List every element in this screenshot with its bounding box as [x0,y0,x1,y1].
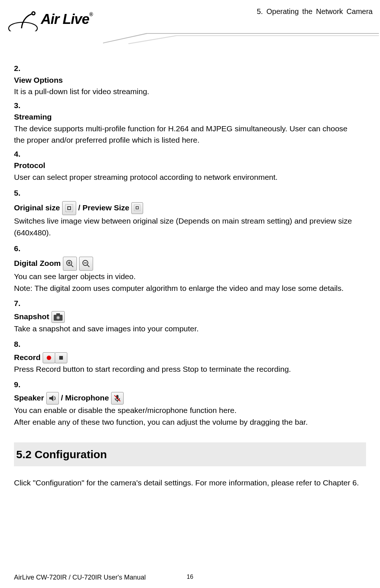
item-title-part1: Speaker [14,393,46,402]
item-number: 5. [14,185,25,201]
manual-title: AirLive CW-720IR / CU-720IR User's Manua… [14,574,146,581]
item-title-part2: / Preview Size [78,203,129,212]
svg-marker-3 [103,33,379,43]
svg-rect-8 [136,207,139,209]
item-desc: Press Record button to start recording a… [14,365,291,373]
item-title: View Options [14,76,63,84]
microphone-icon [111,392,124,405]
item-number: 9. [14,377,25,392]
svg-rect-7 [134,205,141,211]
item-desc: The device supports multi-profile functi… [14,124,348,145]
logo-text: Air Live® [41,11,93,27]
item-desc: You can enable or disable the speaker/mi… [14,406,237,414]
item-title: Record [14,353,40,361]
svg-point-19 [57,317,59,319]
svg-line-14 [87,265,89,267]
page-header: Air Live® 5. Operating the Network Camer… [0,0,380,44]
list-item-6: 6. Digital Zoom You can see larger objec… [14,240,366,294]
svg-marker-4 [128,35,379,44]
item-desc: Take a snapshot and save images into you… [14,324,199,333]
header-divider [103,33,379,44]
record-icon [43,352,55,363]
zoom-in-icon [63,257,77,271]
svg-rect-21 [59,356,63,360]
item-number: 7. [14,296,25,311]
item-title-part2: / Microphone [61,393,111,402]
section-heading: 5.2 Configuration [14,442,366,466]
svg-point-2 [33,13,35,14]
svg-rect-17 [56,313,60,316]
original-size-icon [62,201,76,215]
item-title: Streaming [14,113,52,121]
speaker-icon [46,392,59,405]
preview-size-icon [131,202,143,214]
item-desc: User can select proper streaming protoco… [14,173,278,181]
item-number: 3. [14,100,25,111]
item-number: 8. [14,337,25,352]
list-item-3: 3. Streaming The device supports multi-p… [14,100,366,146]
svg-point-20 [47,356,51,360]
list-item-8: 8. Record Press Record button to start r… [14,337,366,375]
section-text: Click "Configuration" for the camera's d… [14,477,366,489]
item-title: Snapshot [14,312,49,321]
list-item-5: 5. Original size / Preview Size Switches… [14,185,366,238]
item-number: 4. [14,148,25,160]
item-note: Note: The digital zoom uses computer alg… [14,284,344,292]
item-number: 6. [14,240,25,257]
list-item-2: 2. View Options It is a pull-down list f… [14,63,366,97]
list-item-4: 4. Protocol User can select proper strea… [14,148,366,183]
page-footer: AirLive CW-720IR / CU-720IR User's Manua… [14,574,366,581]
svg-rect-6 [68,207,71,210]
camera-icon [52,311,65,323]
chapter-title: 5. Operating the Network Camera [257,7,373,16]
stop-icon [55,352,67,363]
logo-swoosh-icon [7,7,39,31]
item-number: 2. [14,63,25,74]
item-title-part1: Original size [14,203,60,212]
list-item-7: 7. Snapshot Take a snapshot and save ima… [14,296,366,335]
item-desc: It is a pull-down list for video streami… [14,87,149,96]
page-content: 2. View Options It is a pull-down list f… [0,44,380,489]
list-item-9: 9. Speaker / Microphone You can enable o… [14,377,366,428]
svg-line-10 [71,265,73,267]
page-number: 16 [187,574,193,580]
item-desc: Switches live image view between origina… [14,217,352,237]
zoom-out-icon [79,257,93,271]
item-extra: After enable any of these two function, … [14,418,308,426]
svg-rect-5 [65,204,73,212]
item-desc: You can see larger objects in video. [14,272,136,281]
item-title: Digital Zoom [14,259,61,267]
svg-marker-22 [49,395,53,401]
item-title: Protocol [14,161,45,170]
